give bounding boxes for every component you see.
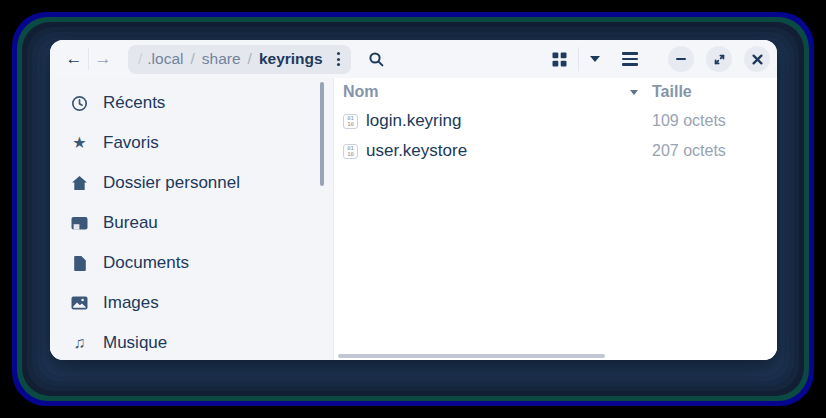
sidebar-item-label: Favoris	[103, 133, 159, 153]
window-body: Récents ★ Favoris Dossier personnel	[50, 78, 777, 360]
desktop-icon	[70, 214, 89, 233]
sidebar-scrollbar[interactable]	[320, 82, 324, 186]
forward-button[interactable]: →	[91, 49, 115, 69]
list-column-headers: Nom Taille	[334, 78, 777, 106]
breadcrumb-separator: /	[248, 50, 252, 68]
kebab-menu-icon[interactable]	[335, 50, 342, 68]
sidebar-item-label: Dossier personnel	[103, 173, 240, 193]
binary-icon-bottom: 10	[347, 151, 354, 157]
grid-view-icon[interactable]	[552, 52, 567, 67]
clock-icon	[70, 94, 89, 113]
sidebar-item-documents[interactable]: Documents	[50, 243, 333, 283]
hamburger-menu-icon[interactable]	[620, 50, 640, 68]
maximize-icon	[713, 53, 726, 66]
breadcrumb-segment-current[interactable]: keyrings	[259, 50, 323, 68]
sidebar-item-label: Documents	[103, 253, 189, 273]
sidebar-item-recents[interactable]: Récents	[50, 83, 333, 123]
breadcrumb[interactable]: / .local / share / keyrings	[128, 45, 351, 74]
close-icon	[752, 54, 763, 65]
image-icon	[70, 294, 89, 313]
document-icon	[70, 254, 89, 273]
binary-file-icon: 01 10	[343, 144, 358, 159]
binary-icon-bottom: 10	[347, 121, 354, 127]
maximize-button[interactable]	[706, 46, 732, 72]
places-sidebar: Récents ★ Favoris Dossier personnel	[50, 78, 334, 360]
back-button[interactable]: ←	[62, 49, 86, 69]
sidebar-item-label: Images	[103, 293, 159, 313]
view-separator	[578, 47, 579, 71]
file-size: 207 octets	[652, 142, 777, 160]
file-manager-window: ← → / .local / share / keyrings	[50, 40, 777, 360]
sidebar-item-images[interactable]: Images	[50, 283, 333, 323]
file-size: 109 octets	[652, 112, 777, 130]
column-header-name-label: Nom	[343, 83, 379, 101]
header-bar: ← → / .local / share / keyrings	[50, 40, 777, 78]
sidebar-item-favoris[interactable]: ★ Favoris	[50, 123, 333, 163]
breadcrumb-root-slash: /	[138, 50, 142, 68]
file-name: user.keystore	[366, 141, 467, 161]
nav-separator	[88, 48, 89, 70]
search-button[interactable]	[368, 51, 385, 68]
sidebar-item-label: Récents	[103, 93, 165, 113]
music-icon: ♫	[70, 334, 89, 353]
file-name-cell: 01 10 login.keyring	[343, 111, 652, 131]
file-name: login.keyring	[366, 111, 461, 131]
sidebar-item-dossier-personnel[interactable]: Dossier personnel	[50, 163, 333, 203]
search-icon	[368, 51, 385, 68]
breadcrumb-segment-share[interactable]: share	[202, 50, 241, 68]
sidebar-item-label: Musique	[103, 333, 167, 353]
file-list-pane: Nom Taille 01 10 login.keyring 109 octet…	[334, 78, 777, 360]
close-button[interactable]	[744, 46, 770, 72]
sort-descending-icon[interactable]	[630, 90, 638, 95]
minimize-button[interactable]	[668, 46, 694, 72]
file-row-user-keystore[interactable]: 01 10 user.keystore 207 octets	[334, 136, 777, 166]
column-header-name[interactable]: Nom	[343, 83, 652, 101]
breadcrumb-separator: /	[191, 50, 195, 68]
file-name-cell: 01 10 user.keystore	[343, 141, 652, 161]
sidebar-item-label: Bureau	[103, 213, 158, 233]
desktop-background: { "colors": { "frame_black": "#000000", …	[0, 0, 826, 418]
binary-file-icon: 01 10	[343, 114, 358, 129]
file-row-login-keyring[interactable]: 01 10 login.keyring 109 octets	[334, 106, 777, 136]
minimize-icon	[676, 58, 686, 61]
column-header-size-label: Taille	[652, 83, 692, 100]
horizontal-scrollbar[interactable]	[338, 354, 605, 358]
sidebar-item-bureau[interactable]: Bureau	[50, 203, 333, 243]
view-switcher	[552, 47, 600, 71]
sidebar-item-musique[interactable]: ♫ Musique	[50, 323, 333, 360]
column-header-size[interactable]: Taille	[652, 83, 777, 101]
home-icon	[70, 174, 89, 193]
chevron-down-icon[interactable]	[590, 56, 600, 62]
breadcrumb-segment-local[interactable]: .local	[147, 50, 183, 68]
star-icon: ★	[70, 134, 89, 153]
